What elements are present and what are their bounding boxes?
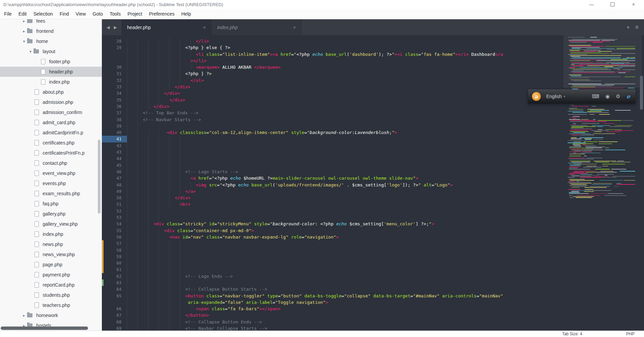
- code-line[interactable]: <li class="list-inline-item"><a href="<?…: [102, 51, 644, 58]
- line-number[interactable]: [102, 299, 127, 306]
- code-line[interactable]: 40<div classclass="col-sm-12,align-items…: [102, 129, 644, 136]
- status-tab-size[interactable]: Tab Size: 4: [562, 332, 582, 336]
- line-number[interactable]: 39: [102, 123, 127, 129]
- menu-project[interactable]: Project: [124, 10, 146, 18]
- line-number[interactable]: 54: [102, 221, 127, 227]
- sidebar-item-index.php[interactable]: index.php: [0, 77, 102, 87]
- code-line[interactable]: 41: [102, 136, 644, 142]
- tab-close-icon[interactable]: ×: [203, 24, 206, 30]
- code-line[interactable]: 56<nav id="nav" class="navbar navbar-exp…: [102, 234, 644, 240]
- code-line[interactable]: 44: [102, 155, 644, 162]
- sidebar-item-admission.php[interactable]: admission.php: [0, 97, 102, 107]
- sidebar-item-certificatesPrintFn.p[interactable]: certificatesPrintFn.p: [0, 148, 102, 158]
- editor-scrollbar[interactable]: [640, 76, 643, 110]
- maximize-button[interactable]: [602, 0, 623, 9]
- sidebar-item-frontend[interactable]: ▸frontend: [0, 26, 102, 36]
- tab-close-icon[interactable]: ×: [293, 24, 296, 30]
- line-number[interactable]: 66: [102, 306, 127, 312]
- code-line[interactable]: aria-expanded="false" aria-label="Toggle…: [102, 299, 644, 306]
- line-number[interactable]: 45: [102, 162, 127, 168]
- tab-header.php[interactable]: header.php×: [121, 19, 212, 35]
- tab-overflow-icon[interactable]: ≡: [635, 24, 639, 31]
- line-number[interactable]: 44: [102, 155, 127, 162]
- browser-e-icon[interactable]: e: [626, 93, 630, 100]
- settings-gear-icon[interactable]: ⚙: [616, 93, 620, 99]
- language-bar[interactable]: a English ▾ ⌨◉⚙e: [528, 89, 636, 104]
- sidebar-item-payment.php[interactable]: payment.php: [0, 270, 102, 280]
- chevron-right-icon[interactable]: ▸: [21, 313, 27, 318]
- mode-icon[interactable]: ◉: [605, 93, 610, 99]
- line-number[interactable]: 52: [102, 208, 127, 214]
- code-line[interactable]: 57: [102, 240, 644, 247]
- line-number[interactable]: 58: [102, 247, 127, 253]
- line-number[interactable]: 33: [102, 84, 127, 90]
- line-number[interactable]: 51: [102, 201, 127, 207]
- chevron-right-icon[interactable]: ▸: [21, 29, 27, 33]
- code-line[interactable]: 54<div class="stricky" id="strickyMenu" …: [102, 221, 644, 227]
- line-number[interactable]: 43: [102, 149, 127, 155]
- code-line[interactable]: ></li>: [102, 58, 644, 64]
- status-syntax[interactable]: PHP: [626, 332, 635, 336]
- line-number[interactable]: 36: [102, 103, 127, 110]
- line-number[interactable]: 41: [102, 136, 127, 142]
- line-number[interactable]: 69: [102, 325, 127, 331]
- sidebar-item-gallery_view.php[interactable]: gallery_view.php: [0, 219, 102, 229]
- chevron-down-icon[interactable]: ▾: [21, 39, 27, 44]
- line-number[interactable]: 59: [102, 253, 127, 260]
- line-number[interactable]: 68: [102, 319, 127, 325]
- menu-selection[interactable]: Selection: [30, 10, 57, 18]
- code-line[interactable]: 63: [102, 279, 644, 286]
- menu-help[interactable]: Help: [178, 10, 195, 18]
- sidebar-item-fees[interactable]: ▸fees: [0, 19, 102, 26]
- sidebar-item-exam_results.php[interactable]: exam_results.php: [0, 188, 102, 199]
- code-line[interactable]: 61: [102, 266, 644, 273]
- code-line[interactable]: 42: [102, 142, 644, 149]
- line-number[interactable]: [102, 51, 127, 58]
- line-number[interactable]: 35: [102, 97, 127, 103]
- minimap[interactable]: [568, 36, 635, 198]
- sidebar-item-index.php[interactable]: index.php: [0, 229, 102, 239]
- menu-view[interactable]: View: [72, 10, 89, 18]
- sidebar-item-admit_card.php[interactable]: admit_card.php: [0, 117, 102, 128]
- menu-tools[interactable]: Tools: [106, 10, 124, 18]
- line-number[interactable]: 48: [102, 182, 127, 188]
- code-area[interactable]: 28</li>29<?php } else { ?><li class="lis…: [102, 35, 644, 331]
- line-number[interactable]: 50: [102, 195, 127, 201]
- line-number[interactable]: 34: [102, 90, 127, 96]
- sidebar-item-events.php[interactable]: events.php: [0, 178, 102, 188]
- sidebar-item-news_view.php[interactable]: news_view.php: [0, 249, 102, 260]
- menu-preferences[interactable]: Preferences: [146, 10, 178, 18]
- code-line[interactable]: 62<!-- Logo Ends -->: [102, 273, 644, 279]
- code-line[interactable]: 43: [102, 149, 644, 155]
- line-number[interactable]: 56: [102, 234, 127, 240]
- menu-file[interactable]: File: [1, 10, 15, 18]
- sidebar-item-reportCard.php[interactable]: reportCard.php: [0, 280, 102, 290]
- sidebar-item-news.php[interactable]: news.php: [0, 239, 102, 249]
- line-number[interactable]: [102, 58, 127, 64]
- code-line[interactable]: 36</div>: [102, 103, 644, 110]
- sidebar-item-certificates.php[interactable]: certificates.php: [0, 138, 102, 148]
- line-number[interactable]: 57: [102, 240, 127, 247]
- code-line[interactable]: 69<!-- Navbar Collapse Starts -->: [102, 325, 644, 331]
- code-line[interactable]: 29<?php } else { ?>: [102, 44, 644, 51]
- line-number[interactable]: 67: [102, 312, 127, 318]
- sidebar-item-about.php[interactable]: about.php: [0, 87, 102, 97]
- minimize-button[interactable]: —: [581, 0, 602, 9]
- line-number[interactable]: 28: [102, 38, 127, 44]
- code-line[interactable]: 53: [102, 214, 644, 221]
- sidebar-item-header.php[interactable]: header.php: [0, 67, 102, 77]
- line-number[interactable]: 47: [102, 175, 127, 181]
- line-number[interactable]: 29: [102, 44, 127, 51]
- code-line[interactable]: 50</div>: [102, 195, 644, 201]
- code-line[interactable]: 66<span class="fa fa-bars"></span>: [102, 306, 644, 312]
- new-tab-button[interactable]: +: [626, 24, 630, 31]
- menu-goto[interactable]: Goto: [89, 10, 106, 18]
- line-number[interactable]: 55: [102, 227, 127, 234]
- line-number[interactable]: 62: [102, 273, 127, 279]
- line-number[interactable]: 63: [102, 279, 127, 286]
- line-number[interactable]: 32: [102, 77, 127, 84]
- code-line[interactable]: 30<marquee> ALLHO AKBAR </marquee>: [102, 64, 644, 70]
- keyboard-icon[interactable]: ⌨: [592, 93, 599, 99]
- code-line[interactable]: 55<div class="container-md px-md-0">: [102, 227, 644, 234]
- menu-edit[interactable]: Edit: [15, 10, 30, 18]
